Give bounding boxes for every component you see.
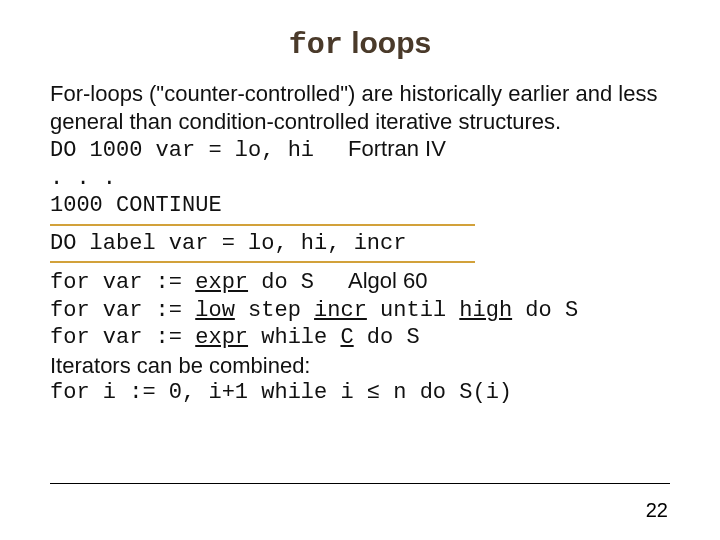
page-number: 22 (646, 499, 668, 522)
fortran-continue: 1000 CONTINUE (50, 192, 670, 220)
title-rest: loops (343, 26, 431, 59)
algol-label: Algol 60 (314, 267, 428, 295)
combine-text: Iterators can be combined: (50, 352, 670, 380)
separator-rule (50, 224, 475, 226)
slide: for loops For-loops ("counter-controlled… (0, 0, 720, 540)
slide-body: For-loops ("counter-controlled") are his… (50, 80, 670, 407)
title-keyword: for (289, 28, 343, 62)
fortran-general: DO label var = lo, hi, incr (50, 230, 670, 258)
algol-line-3: for var := expr while C do S (50, 324, 670, 352)
algol-line-1: for var := expr do S Algol 60 (50, 267, 670, 297)
code-text: for var := expr do S (50, 269, 314, 297)
slide-title: for loops (50, 26, 670, 62)
code-text: DO 1000 var = lo, hi (50, 137, 314, 165)
ellipsis: . . . (50, 165, 670, 193)
algol-line-2: for var := low step incr until high do S (50, 297, 670, 325)
footer-rule (50, 483, 670, 484)
intro-paragraph: For-loops ("counter-controlled") are his… (50, 80, 670, 135)
fortran-line-1: DO 1000 var = lo, hi Fortran IV (50, 135, 670, 165)
fortran-label: Fortran IV (314, 135, 446, 163)
algol-line-4: for i := 0, i+1 while i ≤ n do S(i) (50, 379, 670, 407)
separator-rule (50, 261, 475, 263)
